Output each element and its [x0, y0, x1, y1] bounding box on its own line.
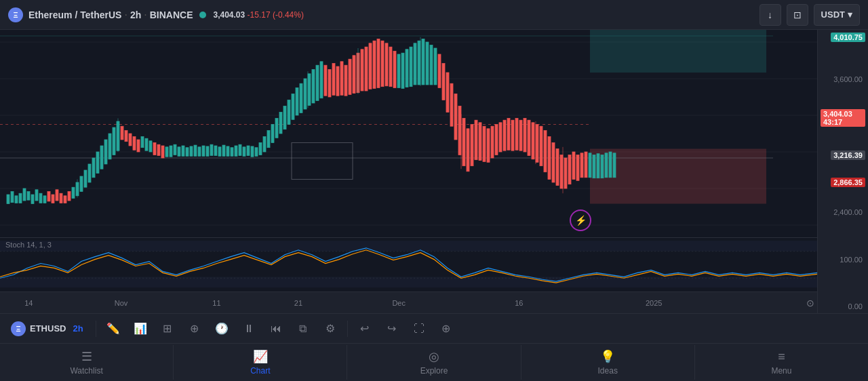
interval-label: 2h — [130, 9, 141, 20]
replay-tool[interactable]: ⏮ — [263, 317, 289, 341]
svg-rect-122 — [454, 94, 457, 140]
svg-rect-145 — [548, 137, 551, 180]
nav-menu[interactable]: ≡ Menu — [695, 346, 868, 380]
svg-rect-137 — [515, 119, 518, 151]
svg-rect-148 — [560, 155, 563, 189]
price-change: -15.17 (-0.44%) — [248, 10, 304, 20]
ideas-icon: 💡 — [600, 349, 615, 364]
pencil-tool[interactable]: ✏️ — [100, 317, 126, 341]
svg-rect-161 — [613, 153, 616, 178]
svg-rect-60 — [202, 146, 205, 156]
svg-rect-123 — [458, 106, 461, 155]
svg-rect-23 — [52, 195, 54, 203]
current-price: 3,404.03 — [213, 10, 245, 20]
redo-tool[interactable]: ↪ — [379, 317, 405, 341]
svg-rect-131 — [491, 126, 494, 158]
svg-rect-88 — [316, 65, 319, 100]
settings-tool[interactable]: ⚙ — [317, 317, 343, 341]
svg-rect-40 — [121, 126, 123, 140]
svg-rect-125 — [467, 129, 469, 172]
svg-rect-85 — [304, 79, 307, 109]
nav-watchlist[interactable]: ☰ Watchlist — [0, 345, 174, 380]
svg-rect-7 — [590, 149, 766, 204]
main-chart[interactable] — [0, 30, 817, 237]
nav-explore[interactable]: ◎ Explore — [347, 345, 521, 380]
top-bar: Ξ Ethereum / TetherUS · 2h · BINANCE 3,4… — [0, 0, 868, 30]
svg-rect-58 — [194, 145, 197, 156]
bar-replay-tool[interactable]: ⏸ — [236, 317, 262, 341]
svg-rect-52 — [170, 146, 172, 157]
snapshot-tool[interactable]: ⊕ — [433, 317, 459, 341]
svg-rect-93 — [336, 66, 339, 96]
svg-rect-120 — [446, 73, 449, 113]
svg-rect-19 — [35, 190, 38, 201]
svg-rect-73 — [255, 148, 258, 157]
live-indicator — [199, 12, 206, 18]
alarm-tool[interactable]: 🕐 — [209, 317, 235, 341]
fullscreen-button[interactable]: ⊡ — [787, 4, 808, 26]
svg-rect-156 — [593, 155, 595, 178]
svg-rect-160 — [609, 152, 612, 178]
svg-rect-152 — [576, 155, 579, 181]
svg-rect-25 — [60, 193, 62, 203]
svg-rect-159 — [605, 153, 608, 178]
svg-rect-74 — [259, 143, 262, 155]
svg-rect-115 — [426, 42, 429, 85]
layers-tool[interactable]: ⧉ — [290, 317, 316, 341]
svg-rect-90 — [324, 65, 327, 96]
toolbar-separator-1 — [96, 321, 96, 337]
undo-tool[interactable]: ↩ — [352, 317, 378, 341]
svg-rect-102 — [373, 41, 376, 88]
indicators-tool[interactable]: ⊞ — [155, 317, 180, 341]
time-label-dec: Dec — [392, 299, 406, 307]
svg-rect-30 — [80, 176, 83, 192]
svg-rect-144 — [544, 131, 547, 172]
chart-type-tool[interactable]: 📊 — [127, 317, 153, 341]
menu-icon: ≡ — [778, 350, 785, 364]
svg-rect-8 — [292, 143, 353, 180]
svg-rect-63 — [214, 146, 217, 155]
toolbar: Ξ ETHUSD 2h ✏️ 📊 ⊞ ⊕ 🕐 ⏸ ⏮ ⧉ ⚙ ↩ ↪ ⛶ ⊕ — [0, 313, 868, 343]
svg-rect-46 — [145, 138, 148, 151]
nav-ideas[interactable]: 💡 Ideas — [521, 345, 695, 380]
svg-rect-22 — [47, 192, 50, 201]
svg-rect-147 — [556, 149, 559, 186]
svg-rect-26 — [64, 196, 66, 203]
time-label-nov: Nov — [115, 299, 128, 307]
toolbar-timeframe[interactable]: 2h — [73, 323, 83, 334]
svg-rect-47 — [149, 141, 152, 152]
svg-rect-16 — [23, 188, 26, 201]
download-button[interactable]: ↓ — [760, 4, 781, 26]
currency-selector[interactable]: USDT ▾ — [814, 4, 860, 26]
svg-rect-96 — [349, 59, 351, 94]
svg-rect-86 — [308, 74, 311, 106]
svg-rect-158 — [601, 155, 604, 178]
svg-rect-138 — [519, 120, 522, 151]
lightning-icon[interactable]: ⚡ — [570, 209, 591, 231]
time-settings-icon[interactable]: ⊙ — [806, 298, 814, 308]
svg-rect-150 — [568, 155, 571, 184]
svg-rect-38 — [113, 127, 115, 155]
crosshair-tool[interactable]: ⊕ — [182, 317, 208, 341]
nav-chart[interactable]: 📈 Chart — [174, 345, 347, 380]
stoch-label: Stoch 14, 1, 3 — [5, 241, 52, 249]
top-bar-controls: ↓ ⊡ USDT ▾ — [760, 4, 860, 26]
svg-rect-44 — [137, 140, 140, 152]
svg-rect-132 — [495, 125, 498, 155]
toolbar-symbol[interactable]: Ξ ETHUSD — [11, 321, 66, 336]
svg-rect-110 — [406, 49, 408, 87]
svg-rect-76 — [267, 131, 270, 148]
svg-rect-53 — [174, 144, 176, 155]
watchlist-icon: ☰ — [81, 349, 92, 364]
time-axis: 14 Nov 11 21 Dec 16 2025 ⊙ — [0, 292, 817, 313]
svg-rect-13 — [11, 192, 14, 203]
svg-rect-142 — [536, 125, 538, 163]
svg-rect-45 — [141, 137, 144, 148]
svg-rect-43 — [133, 137, 136, 151]
eth-icon: Ξ — [8, 7, 23, 22]
svg-rect-62 — [210, 144, 213, 155]
stoch-indicator: Stoch 14, 1, 3 — [0, 237, 817, 292]
fullscreen-tool[interactable]: ⛶ — [406, 317, 432, 341]
svg-rect-32 — [88, 164, 91, 182]
svg-rect-134 — [503, 120, 506, 151]
